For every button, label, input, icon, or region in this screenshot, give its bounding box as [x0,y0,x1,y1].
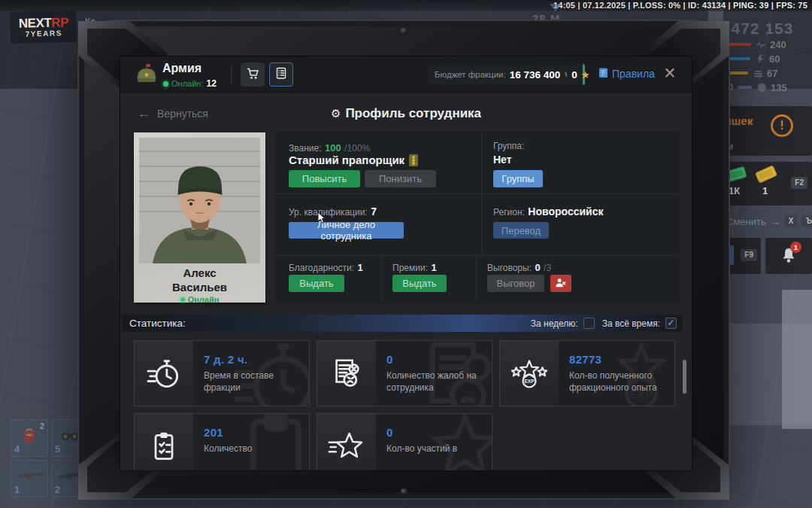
exp-stars-icon: EXP [500,341,559,406]
roster-icon [274,66,288,83]
employee-name: Алекс Васильев [139,266,260,294]
distance-marker-icon [550,4,562,11]
stopwatch-icon [135,341,193,406]
coupon-note-icon [755,165,777,183]
person-x-icon [555,277,567,291]
stat-card-count: 201Количество [134,413,310,470]
rank-insignia-icon [409,154,418,166]
region-row: Регион: Новороссийск [493,205,603,218]
app-header: Армия Онлайн: 12 Бюджет фракции: 16 736 … [120,56,692,93]
rules-book-icon [598,67,608,81]
bell-icon: 1 [780,246,798,269]
item-food-bag-icon [20,425,38,449]
gear-icon: ⚙ [331,107,341,120]
clipboard-icon [135,414,193,470]
statistics-title: Статистика: [129,318,186,329]
heartbeat-icon [756,39,766,50]
logo-line1: NEXTRP [19,16,68,30]
vital-food: 67 [718,67,808,79]
divider [382,256,383,303]
fire-employee-button[interactable] [550,275,571,292]
notification-badge: 1 [790,242,801,253]
thanks-row: Благодарности: 1 [289,260,363,274]
star-speed-icon [317,414,376,470]
mouse-cursor [317,211,326,227]
alltime-filter-label: За всё время: [602,318,660,329]
week-filter-label: За неделю: [531,318,578,329]
stat-card-exp: EXP 82773Кол-во полученного фракционного… [499,340,675,406]
cash-amount: 1К [729,185,740,196]
coupon-amount: 1 [762,185,768,196]
arrow-right-icon: → [771,216,780,227]
close-icon[interactable]: × [659,62,681,85]
star-currency-icon: ★ [581,69,590,81]
stat-card-complaints: 0Количество жалоб на сотрудника [317,340,492,406]
hotbar-slot-4[interactable]: 2 4 [11,419,48,457]
key-hard-sign[interactable]: Ъ [801,215,812,227]
header-divider [231,64,232,85]
week-checkbox[interactable] [583,318,595,329]
qualification-row: Ур. квалификации: 7 [289,205,377,218]
employee-photo-card: Алекс Васильев Онлайн [134,132,265,303]
alltime-checkbox[interactable]: ✓ [665,318,677,329]
bonus-row: Премии: 1 [392,260,437,274]
game-screen: 14:05 | 07.12.2025 | P.LOSS: 0% | ID: 43… [0,0,812,508]
page-title: ⚙Профиль сотрудника [120,106,692,121]
logo-line2: 7YEARS [26,29,62,38]
transfer-button[interactable]: Перевод [493,222,549,239]
alert-circle-icon: ! [771,114,793,137]
food-icon [753,68,763,78]
faction-helmet-icon [135,63,158,87]
key-x[interactable]: X [785,215,798,227]
status-bar-text: 14:05 | 07.12.2025 | P.LOSS: 0% | ID: 43… [553,1,807,10]
divider [277,193,678,194]
vital-armor: 100 135 [718,81,808,93]
complaint-doc-icon [317,341,376,406]
roster-button[interactable] [269,62,293,87]
notifications-panel[interactable]: 1 [765,238,812,274]
give-bonus-button[interactable]: Выдать [392,275,447,292]
faction-online: Онлайн: 12 [163,78,217,89]
group-label: Группа: [493,141,524,151]
lightning-icon [755,53,765,64]
divider [476,256,477,303]
tablet-screen: Армия Онлайн: 12 Бюджет фракции: 16 736 … [120,56,692,470]
scrollbar[interactable] [683,360,686,394]
background-mid-floor [723,324,812,425]
shield-icon [756,82,767,93]
key-f2[interactable]: F2 [791,177,807,189]
rank-label-row: Звание: 100 /100% [289,141,370,154]
reprimand-row: Выговоры: 0 /3 [487,260,551,274]
groups-button[interactable]: Группы [493,170,543,187]
faction-budget: Бюджет фракции: 16 736 400 0 ★ [429,64,585,85]
employee-photo [139,138,260,263]
statistics-bar: Статистика: За неделю: За всё время: ✓ [122,315,683,332]
money-icon [563,71,565,79]
vital-health: 240 [718,38,808,50]
rank-name: Старший прапорщик [289,154,418,166]
tablet-screw-top [401,28,408,35]
faction-name: Армия [162,62,201,75]
shop-button[interactable] [241,62,265,87]
svg-text:EXP: EXP [524,379,535,384]
divider [277,255,678,256]
nextrp-logo: NEXTRP 7YEARS [10,11,77,44]
switcher-panel: Сменить → X Ъ [719,213,812,230]
rules-link[interactable]: Правила [598,67,655,81]
key-f9[interactable]: F9 [741,249,757,261]
cart-icon [246,67,260,83]
personal-file-button[interactable]: Личное дело сотрудника [289,222,404,239]
demote-button[interactable]: Понизить [365,170,436,187]
stat-card-participation: 0Кол-во участий в [317,413,492,470]
tablet-screw-bottom [401,488,408,495]
reprimand-button[interactable]: Выговор [487,275,544,292]
give-thanks-button[interactable]: Выдать [289,275,344,292]
employee-info-panel: Звание: 100 /100% Старший прапорщик Повы… [277,132,678,303]
hotbar-slot-1[interactable]: 1 [11,460,48,497]
switch-label: Сменить [726,216,766,227]
promote-button[interactable]: Повысить [289,170,360,187]
online-dot-icon [180,297,185,302]
group-value: Нет [493,154,512,166]
employee-online-status: Онлайн [139,295,260,304]
vital-energy: 60 [718,53,808,65]
